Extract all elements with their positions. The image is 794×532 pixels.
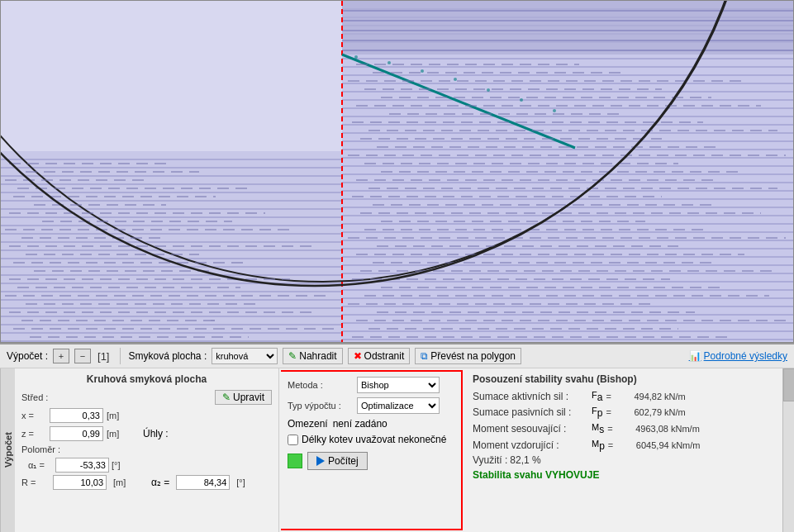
fa-sym: Fa — [592, 390, 602, 403]
middle-panel: Metoda : Bishop Fellenius Spencer Typ vý… — [281, 370, 463, 530]
sumace-pasivnich-label: Sumace pasivních sil : — [473, 406, 588, 418]
metoda-label: Metoda : — [288, 380, 354, 390]
alpha1-unit: [°] — [112, 460, 135, 470]
ms-label: Moment sesouvající : — [473, 423, 588, 435]
alpha1-label: α₁ = — [28, 460, 53, 471]
canvas-area — [0, 0, 794, 343]
svg-point-82 — [553, 109, 556, 112]
z-label: z = — [21, 429, 46, 439]
play-icon — [316, 456, 325, 466]
vyuziti-label: Využití : — [473, 454, 507, 466]
nahradit-button[interactable]: ✎ Nahradit — [283, 348, 342, 364]
sumace-aktivnich-row: Sumace aktivních sil : Fa = 494,82 kN/m — [473, 390, 786, 403]
x-label: x = — [21, 411, 46, 420]
delky-checkbox[interactable] — [288, 435, 298, 445]
right-panel: Posouzení stability svahu (Bishop) Sumac… — [464, 368, 794, 532]
alpha2-input[interactable] — [176, 475, 230, 490]
side-panel-label: Výpočet — [0, 368, 15, 532]
ms-eq: = — [607, 424, 632, 434]
prevest-icon: ⧉ — [421, 350, 428, 362]
svg-rect-66 — [342, 1, 794, 55]
delky-label: Délky kotev uvažovat nekonečné — [302, 434, 446, 445]
r-label: R = — [21, 477, 46, 487]
metoda-row: Metoda : Bishop Fellenius Spencer — [288, 377, 454, 393]
results-icon: 📊 — [689, 350, 701, 362]
z-input[interactable] — [50, 426, 103, 441]
prevest-button[interactable]: ⧉ Převést na polygon — [415, 348, 521, 364]
r-unit: [m] — [113, 477, 136, 487]
fp-value: 602,79 kN/m — [634, 407, 685, 417]
z-row: z = [m] Úhly : — [21, 426, 272, 441]
x-row: x = [m] — [21, 408, 272, 423]
r-input[interactable] — [53, 475, 107, 490]
mp-eq: = — [608, 440, 633, 450]
scrollbar[interactable] — [782, 368, 794, 532]
add-button[interactable]: + — [53, 349, 69, 363]
omezeni-label: Omezení — [288, 418, 328, 430]
odstranit-icon: ✖ — [354, 350, 362, 362]
vypocet-label: Výpočet : — [7, 350, 48, 362]
vyuziti-value: 82,1 % — [510, 454, 540, 466]
green-indicator — [288, 454, 302, 468]
svg-point-77 — [387, 61, 391, 64]
svg-point-80 — [487, 88, 490, 92]
fa-eq: = — [606, 392, 630, 401]
posouzeni-title: Posouzení stability svahu (Bishop) — [473, 373, 786, 385]
stabilita-text: Stabilita svahu VYHOVUJE — [473, 469, 786, 481]
z-unit: [m] — [107, 429, 130, 439]
x-unit: [m] — [107, 411, 130, 420]
pocitej-button[interactable]: Počítej — [307, 452, 368, 470]
omezeni-value: není zadáno — [333, 418, 387, 430]
smyk-label: Smyková plocha : — [129, 350, 207, 362]
toolbar-row: Výpočet : + − [1] Smyková plocha : kruho… — [0, 344, 794, 368]
canvas-svg — [1, 1, 794, 343]
typ-label: Typ výpočtu : — [288, 401, 354, 411]
svg-point-78 — [421, 69, 424, 73]
fp-eq: = — [606, 407, 630, 417]
delky-row: Délky kotev uvažovat nekonečné — [288, 434, 454, 445]
svg-point-81 — [520, 98, 523, 102]
nahradit-icon: ✎ — [288, 350, 297, 362]
svg-point-76 — [354, 55, 358, 59]
upravit-icon: ✎ — [222, 392, 231, 403]
remove-button[interactable]: − — [74, 349, 91, 363]
stred-row: Střed : ✎ Upravit — [21, 390, 272, 405]
uhly-label: Úhly : — [143, 428, 169, 439]
scroll-thumb[interactable] — [783, 368, 794, 401]
pocitej-row: Počítej — [288, 452, 454, 470]
bracket-value: [1] — [96, 350, 111, 363]
typ-row: Typ výpočtu : Optimalizace Výpočet Param… — [288, 397, 454, 414]
vyuziti-row: Využití : 82,1 % — [473, 454, 786, 466]
odstranit-button[interactable]: ✖ Odstranit — [348, 348, 411, 364]
polomer-label: Poloměr : — [21, 444, 67, 454]
omezeni-row: Omezení není zadáno — [288, 418, 454, 430]
smyk-type-select[interactable]: kruhová polygonová — [212, 348, 278, 364]
polomer-row: Poloměr : — [21, 444, 272, 454]
ms-value: 4963,08 kNm/m — [635, 424, 700, 434]
moment-sesouvajici-row: Moment sesouvající : Ms = 4963,08 kNm/m — [473, 422, 786, 435]
ms-sym: Ms — [592, 422, 604, 435]
left-panel: Kruhová smyková plocha Střed : ✎ Upravit… — [15, 368, 279, 532]
mp-value: 6045,94 kNm/m — [636, 440, 701, 450]
alpha2-label-text: α₂ = — [151, 477, 169, 488]
bottom-panel: Výpočet : + − [1] Smyková plocha : kruho… — [0, 343, 794, 532]
mp-sym: Mp — [592, 439, 605, 452]
svg-point-79 — [454, 78, 457, 81]
alpha1-row: α₁ = [°] — [28, 458, 135, 473]
alpha1-col: α₁ = [°] — [28, 458, 135, 473]
stred-label: Střed : — [21, 392, 67, 402]
sumace-pasivnich-row: Sumace pasivních sil : Fp = 602,79 kN/m — [473, 406, 786, 419]
pocitej-label: Počítej — [328, 455, 359, 467]
results-link[interactable]: 📊 Podrobné výsledky — [689, 350, 787, 362]
fa-value: 494,82 kN/m — [634, 392, 685, 401]
upravit-button[interactable]: ✎ Upravit — [215, 390, 272, 405]
metoda-select[interactable]: Bishop Fellenius Spencer — [357, 377, 440, 393]
alpha2-unit: [°] — [236, 477, 259, 487]
sumace-aktivnich-label: Sumace aktivních sil : — [473, 391, 588, 402]
mp-label: Moment vzdorující : — [473, 439, 588, 451]
alpha1-input[interactable] — [55, 458, 109, 473]
panel-title: Kruhová smyková plocha — [21, 373, 272, 385]
content-area: Výpočet Kruhová smyková plocha Střed : ✎… — [0, 368, 794, 532]
x-input[interactable] — [50, 408, 103, 423]
typ-select[interactable]: Optimalizace Výpočet Parametrická — [357, 397, 440, 414]
